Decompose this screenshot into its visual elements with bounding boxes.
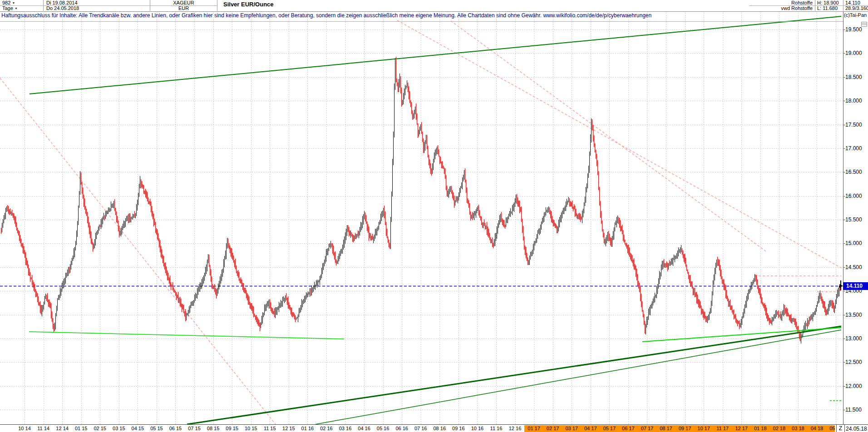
x-axis-label: 04 16 bbox=[354, 426, 374, 431]
x-axis-label: 12 17 bbox=[731, 426, 751, 431]
y-axis-label: 13.500 bbox=[845, 312, 862, 318]
chart-header-bar: 982 ▼ Tage ▼ Di 19.08.2014 Do 24.05.2018… bbox=[0, 0, 868, 12]
y-axis-label: 12.500 bbox=[845, 359, 862, 365]
copyright-label: (c)Tai-Pan bbox=[844, 12, 867, 18]
x-axis-label: 05 15 bbox=[147, 426, 167, 431]
y-axis-label: 16.000 bbox=[845, 193, 862, 199]
x-axis-label: 02 18 bbox=[769, 426, 789, 431]
x-axis-label: 01 17 bbox=[524, 426, 544, 431]
x-axis-label: 08 15 bbox=[203, 426, 223, 431]
x-axis-label: 07 17 bbox=[637, 426, 657, 431]
header-divider bbox=[217, 0, 217, 11]
x-axis-label: 09 15 bbox=[222, 426, 242, 431]
x-axis-label: 11 15 bbox=[260, 426, 280, 431]
x-axis-label: 12 15 bbox=[279, 426, 299, 431]
chevron-down-icon[interactable]: ▼ bbox=[15, 7, 18, 10]
last-price-value: 14.110 bbox=[845, 0, 860, 5]
x-axis-label: 11 17 bbox=[713, 426, 733, 431]
header-row-divider bbox=[0, 5, 217, 6]
axis-end-date: 24.05.18 bbox=[846, 426, 867, 432]
period-high: H: 18.900 bbox=[817, 0, 839, 5]
x-axis-label: 04 15 bbox=[128, 426, 148, 431]
x-axis-label: 02 15 bbox=[90, 426, 110, 431]
y-axis-label: 18.500 bbox=[845, 74, 862, 80]
x-axis-label: 03 15 bbox=[109, 426, 129, 431]
x-axis-label: 03 17 bbox=[562, 426, 582, 431]
x-axis-label: 11 14 bbox=[34, 426, 54, 431]
y-axis-label: 18.000 bbox=[845, 98, 862, 104]
x-axis: 10 1411 1412 1401 1502 1503 1504 1505 15… bbox=[0, 424, 868, 432]
chart-title: Silver EUR/Ounce bbox=[223, 1, 274, 8]
period-low: L: 11.680 bbox=[817, 5, 838, 11]
x-axis-label: 12 16 bbox=[505, 426, 525, 431]
y-axis-label: 12.000 bbox=[845, 383, 862, 389]
current-price-tag: 14.110 bbox=[843, 282, 868, 290]
x-axis-label: 04 17 bbox=[581, 426, 601, 431]
x-axis-label: 01 16 bbox=[297, 426, 317, 431]
date-from: Di 19.08.2014 bbox=[46, 0, 78, 5]
x-axis-label: 01 15 bbox=[71, 426, 91, 431]
x-axis-label: 07 16 bbox=[411, 426, 431, 431]
y-axis-label: 19.500 bbox=[845, 26, 862, 33]
x-axis-label: 06 17 bbox=[618, 426, 638, 431]
zoom-mode-button[interactable]: Z bbox=[836, 425, 845, 432]
y-axis-label: 15.000 bbox=[845, 240, 862, 246]
x-axis-label: 06 16 bbox=[392, 426, 412, 431]
y-axis-label: 17.500 bbox=[845, 122, 862, 128]
y-axis-label: 17.000 bbox=[845, 145, 862, 152]
disclaimer-text: Haftungsausschluss für Inhalte: Alle Tre… bbox=[1, 12, 651, 19]
bars-count-value: 982 bbox=[2, 0, 10, 5]
symbol-code: XAGEUR bbox=[173, 0, 194, 5]
x-axis-label: 10 16 bbox=[467, 426, 487, 431]
period-value: Tage bbox=[2, 5, 13, 11]
x-axis-label: 02 17 bbox=[543, 426, 563, 431]
x-axis-label: 01 18 bbox=[750, 426, 770, 431]
x-axis-label: 07 15 bbox=[184, 426, 204, 431]
price-chart-plot-area[interactable] bbox=[0, 0, 868, 432]
x-axis-label: 09 17 bbox=[675, 426, 695, 431]
plot-frame bbox=[0, 12, 845, 432]
x-axis-label: 08 17 bbox=[656, 426, 676, 431]
x-axis-label: 03 16 bbox=[335, 426, 355, 431]
symbol-currency: EUR bbox=[178, 5, 189, 11]
y-axis-label: 13.000 bbox=[845, 335, 862, 342]
date-to: Do 24.05.2018 bbox=[46, 5, 79, 11]
chevron-down-icon[interactable]: ▼ bbox=[12, 1, 15, 5]
x-axis-label: 02 16 bbox=[316, 426, 336, 431]
change-info-value: 28.9/3.160 bbox=[845, 5, 868, 11]
x-axis-label: 09 16 bbox=[449, 426, 469, 431]
x-axis-label: 04 18 bbox=[807, 426, 827, 431]
y-axis-label: 19.000 bbox=[845, 50, 862, 56]
feed-provider: vwd Rohstoffe bbox=[781, 5, 813, 11]
x-axis-label: 05 17 bbox=[599, 426, 619, 431]
x-axis-label: 10 15 bbox=[241, 426, 261, 431]
y-axis-label: 11.500 bbox=[845, 407, 862, 413]
x-axis-label: 03 18 bbox=[788, 426, 808, 431]
x-axis-label: 06 15 bbox=[165, 426, 185, 431]
feed-name: Rohstoffe bbox=[791, 0, 813, 5]
x-axis-label: 10 14 bbox=[15, 426, 35, 431]
x-axis-label: 12 14 bbox=[52, 426, 72, 431]
x-axis-label: 11 16 bbox=[486, 426, 506, 431]
y-axis-label: 14.500 bbox=[845, 264, 862, 270]
header-row-divider bbox=[749, 5, 868, 6]
y-axis-label: 16.500 bbox=[845, 169, 862, 175]
x-axis-label: 08 16 bbox=[429, 426, 449, 431]
y-axis-label: 15.500 bbox=[845, 216, 862, 223]
x-axis-label: 10 17 bbox=[694, 426, 714, 431]
x-axis-label: 05 16 bbox=[373, 426, 393, 431]
